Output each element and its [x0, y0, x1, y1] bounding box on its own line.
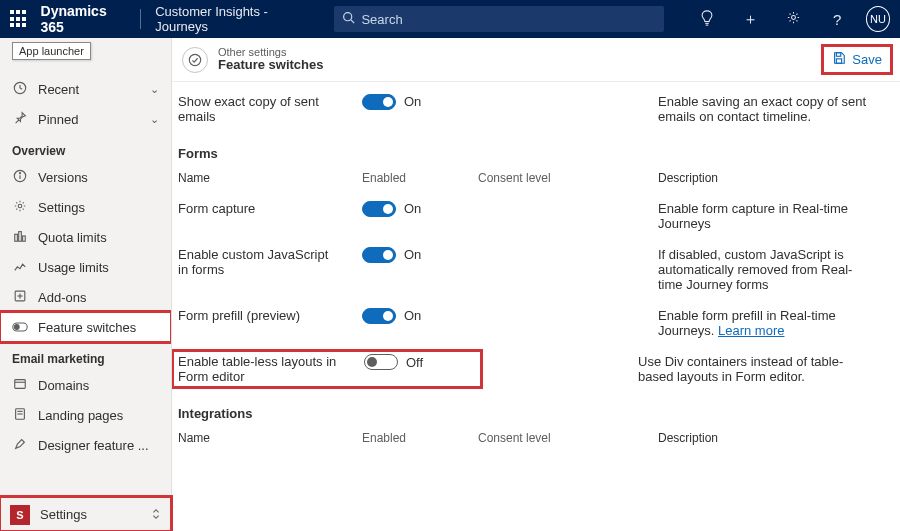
- sidebar-item-versions[interactable]: Versions: [0, 162, 171, 192]
- sidebar-item-label: Quota limits: [38, 230, 107, 245]
- toggle-form-capture[interactable]: [362, 201, 396, 217]
- search-icon: [342, 11, 355, 27]
- page-icon: [12, 407, 28, 424]
- sidebar-item-label: Pinned: [38, 112, 78, 127]
- info-icon: [12, 169, 28, 186]
- toggle-exact-copy[interactable]: [362, 94, 396, 110]
- design-icon: [12, 437, 28, 454]
- svg-point-9: [18, 204, 22, 208]
- svg-point-17: [14, 324, 19, 329]
- brand-label[interactable]: Dynamics 365: [41, 3, 127, 35]
- area-badge: S: [10, 505, 30, 525]
- save-icon: [832, 51, 846, 68]
- help-icon[interactable]: ?: [823, 11, 852, 28]
- toggle-icon: [12, 320, 28, 335]
- svg-rect-12: [23, 236, 26, 241]
- svg-point-0: [344, 13, 352, 21]
- column-headers: Name Enabled Consent level Description: [176, 165, 876, 193]
- setting-name: Show exact copy of sent emails: [176, 94, 342, 124]
- chevron-down-icon: ⌄: [150, 113, 159, 126]
- clock-icon: [12, 81, 28, 98]
- content-scroll[interactable]: Show exact copy of sent emails On Enable…: [172, 82, 900, 531]
- setting-row-tableless: Enable table-less layouts in Form editor…: [176, 346, 876, 392]
- svg-point-23: [189, 54, 200, 65]
- setting-row-prefill: Form prefill (preview) On Enable form pr…: [176, 300, 876, 346]
- col-header-enabled: Enabled: [362, 171, 406, 185]
- sidebar-item-designer-feature[interactable]: Designer feature ...: [0, 430, 171, 460]
- sidebar-item-recent[interactable]: Recent ⌄: [0, 74, 171, 104]
- sidebar-heading-overview: Overview: [0, 134, 171, 162]
- col-header-consent: Consent level: [478, 431, 638, 445]
- toggle-custom-js[interactable]: [362, 247, 396, 263]
- sidebar-item-label: Settings: [38, 200, 85, 215]
- toggle-label: On: [404, 201, 421, 216]
- feature-icon: [182, 47, 208, 73]
- area-switcher[interactable]: S Settings: [0, 497, 171, 531]
- toggle-prefill[interactable]: [362, 308, 396, 324]
- sidebar-item-usage-limits[interactable]: Usage limits: [0, 252, 171, 282]
- sidebar-item-pinned[interactable]: Pinned ⌄: [0, 104, 171, 134]
- app-launcher-icon[interactable]: [10, 10, 27, 28]
- save-button[interactable]: Save: [824, 47, 890, 72]
- domain-icon: [12, 377, 28, 394]
- quota-icon: [12, 229, 28, 246]
- search-box[interactable]: [334, 6, 664, 32]
- sidebar-item-settings[interactable]: Settings: [0, 192, 171, 222]
- sidebar-item-feature-switches[interactable]: Feature switches: [0, 312, 171, 342]
- toggle-tableless[interactable]: [364, 354, 398, 370]
- toolbar: Other settings Feature switches Save: [172, 38, 900, 82]
- svg-rect-10: [15, 234, 18, 241]
- sidebar-item-label: Domains: [38, 378, 89, 393]
- svg-rect-11: [19, 231, 22, 241]
- setting-desc: Enable form prefill in Real-time Journey…: [658, 308, 876, 338]
- section-integrations: Integrations: [176, 392, 876, 425]
- divider: [140, 9, 141, 29]
- sidebar-heading-email: Email marketing: [0, 342, 171, 370]
- setting-row-custom-js: Enable custom JavaScript in forms On If …: [176, 239, 876, 300]
- svg-rect-24: [837, 53, 841, 57]
- plus-icon[interactable]: ＋: [736, 10, 765, 29]
- toggle-label: On: [404, 308, 421, 323]
- avatar[interactable]: NU: [866, 6, 890, 32]
- area-label: Settings: [40, 507, 87, 522]
- save-label: Save: [852, 52, 882, 67]
- column-headers: Name Enabled Consent level Description: [176, 425, 876, 453]
- lightbulb-icon[interactable]: [692, 10, 721, 29]
- setting-desc: Use Div containers instead of table-base…: [638, 354, 876, 384]
- module-label[interactable]: Customer Insights - Journeys: [155, 4, 310, 34]
- setting-name: Form capture: [176, 201, 342, 231]
- toggle-label: On: [404, 94, 421, 109]
- gear-icon[interactable]: [779, 10, 808, 28]
- setting-desc: If disabled, custom JavaScript is automa…: [658, 247, 876, 292]
- svg-line-1: [351, 20, 354, 23]
- app-launcher-tooltip: App launcher: [12, 42, 91, 60]
- setting-name: Enable custom JavaScript in forms: [176, 247, 342, 292]
- col-header-enabled: Enabled: [362, 431, 406, 445]
- sidebar: App launcher Recent ⌄ Pinned ⌄ Overview: [0, 38, 172, 531]
- sidebar-item-landing-pages[interactable]: Landing pages: [0, 400, 171, 430]
- section-forms: Forms: [176, 132, 876, 165]
- search-input[interactable]: [361, 12, 656, 27]
- sidebar-item-domains[interactable]: Domains: [0, 370, 171, 400]
- toggle-label: On: [404, 247, 421, 262]
- col-header-consent: Consent level: [478, 171, 638, 185]
- svg-rect-25: [837, 59, 842, 63]
- gear-icon: [12, 199, 28, 216]
- sidebar-item-label: Recent: [38, 82, 79, 97]
- pin-icon: [12, 111, 28, 127]
- svg-point-8: [19, 172, 20, 173]
- top-bar: Dynamics 365 Customer Insights - Journey…: [0, 0, 900, 38]
- svg-rect-18: [15, 379, 26, 388]
- sidebar-item-label: Landing pages: [38, 408, 123, 423]
- setting-name: Form prefill (preview): [176, 308, 342, 338]
- toggle-label: Off: [406, 355, 423, 370]
- setting-row-form-capture: Form capture On Enable form capture in R…: [176, 193, 876, 239]
- sidebar-item-quota-limits[interactable]: Quota limits: [0, 222, 171, 252]
- sidebar-item-addons[interactable]: Add-ons: [0, 282, 171, 312]
- setting-name: Enable table-less layouts in Form editor: [178, 354, 344, 384]
- sidebar-item-label: Feature switches: [38, 320, 136, 335]
- learn-more-link[interactable]: Learn more: [718, 323, 784, 338]
- usage-icon: [12, 259, 28, 276]
- sidebar-item-label: Designer feature ...: [38, 438, 149, 453]
- main: Other settings Feature switches Save Sho…: [172, 38, 900, 531]
